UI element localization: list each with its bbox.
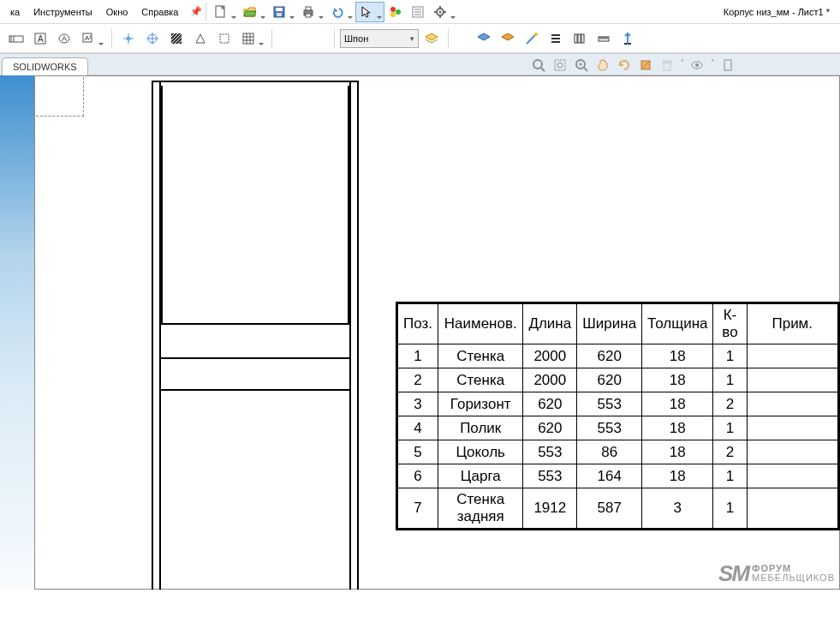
zoom-area-icon[interactable] [551,56,569,75]
svg-text:A: A [62,34,67,43]
layer2-icon[interactable] [497,28,519,49]
material-dropdown-value: Шпон [344,33,368,44]
cell-th: 18 [642,464,713,488]
visibility-icon[interactable] [688,56,706,75]
cell-note [747,416,837,440]
toolbar-secondary: A A A¹ Шпон [0,24,840,53]
table-button[interactable] [237,28,266,49]
svg-rect-6 [306,14,311,17]
cell-name: Цоколь [438,440,523,464]
columns-icon[interactable] [569,28,591,49]
bom-table[interactable]: Поз. Наименов. Длина Ширина Толщина К-во… [396,302,840,530]
align-icon[interactable] [545,28,567,49]
centerline-icon[interactable] [141,28,164,49]
svg-rect-53 [578,34,581,43]
more-icon[interactable] [718,56,737,75]
cell-qty: 1 [713,464,747,488]
cell-wid: 553 [577,416,642,440]
cell-len: 1912 [523,488,577,529]
cell-th: 18 [642,344,713,368]
table-header-row: Поз. Наименов. Длина Ширина Толщина К-во… [398,304,838,344]
header-name: Наименов. [438,304,523,344]
table-row[interactable]: 4Полик620553181 [398,416,838,440]
table-row[interactable]: 6Царга553164181 [398,464,838,488]
cell-qty: 2 [713,392,747,416]
cell-qty: 1 [713,344,747,368]
pan-icon[interactable] [593,56,612,75]
note-icon[interactable]: A [29,28,51,49]
pin-icon[interactable]: 📌 [190,6,202,17]
separator [271,29,272,48]
undo-button[interactable] [326,2,355,22]
trash-icon[interactable] [658,56,676,75]
menu-window[interactable]: Окно [99,3,135,21]
ruler-icon[interactable] [593,28,615,49]
page-margin-marker [36,77,84,117]
cell-len: 2000 [523,344,577,368]
open-button[interactable] [239,2,268,22]
cell-name: Царга [438,464,523,488]
height-icon[interactable] [617,28,639,49]
menu-tools[interactable]: Инструменты [27,3,99,21]
dimension-icon[interactable] [5,28,27,49]
svg-rect-77 [724,60,731,70]
print-button[interactable] [297,2,326,22]
cell-len: 620 [523,416,577,440]
cell-pos: 7 [398,488,438,529]
svg-line-64 [541,68,545,71]
separator: • [681,56,684,75]
table-row[interactable]: 3Горизонт620553182 [398,392,838,416]
cell-note [747,344,837,368]
options-button[interactable] [407,2,429,22]
watermark-logo: SM [718,562,748,584]
cell-pos: 6 [398,464,438,488]
zoom-icon[interactable] [572,56,591,75]
svg-point-76 [695,63,699,67]
area-select-icon[interactable] [213,28,235,49]
new-doc-button[interactable] [210,2,239,22]
cell-pos: 1 [398,344,438,368]
settings-button[interactable] [429,2,458,22]
svg-rect-74 [663,61,671,63]
cell-pos: 4 [398,416,438,440]
hatch-icon[interactable] [165,28,188,49]
table-row[interactable]: 7Стенка задняя191258731 [398,488,838,529]
rebuild-button[interactable] [384,2,407,22]
cell-pos: 3 [398,392,438,416]
save-button[interactable] [268,2,297,22]
svg-rect-5 [306,7,311,10]
cell-th: 18 [642,392,713,416]
drawing-canvas[interactable]: Поз. Наименов. Длина Ширина Толщина К-во… [0,75,840,590]
cell-qty: 1 [713,416,747,440]
annotation-icon[interactable]: A [53,28,75,49]
menu-help[interactable]: Справка [134,3,185,21]
menu-file-partial[interactable]: ка [3,3,27,21]
rotate-icon[interactable] [615,56,634,75]
cell-qty: 2 [713,440,747,464]
svg-point-66 [557,63,563,68]
tab-solidworks[interactable]: SOLIDWORKS [2,57,88,75]
edit-line-icon[interactable] [521,28,543,49]
header-pos: Поз. [398,304,438,344]
svg-rect-52 [575,34,577,43]
menubar: ка Инструменты Окно Справка 📌 Корпус низ… [0,0,840,24]
cell-name: Полик [438,416,523,440]
cell-wid: 553 [577,392,642,416]
triangle-icon[interactable] [189,28,211,49]
tab-row: SOLIDWORKS • • [0,53,840,75]
balloon-icon[interactable]: A¹ [77,28,106,49]
svg-rect-41 [220,34,229,43]
table-row[interactable]: 2Стенка2000620181 [398,368,838,392]
material-dropdown[interactable]: Шпон [340,29,419,48]
header-thickness: Толщина [642,304,713,344]
cell-pos: 5 [398,440,438,464]
cursor-button[interactable] [355,2,384,22]
zoom-fit-icon[interactable] [529,56,548,75]
view-toolbar: • • [529,56,737,75]
layers-icon[interactable] [420,28,443,49]
centermark-icon[interactable] [117,28,140,49]
layer1-icon[interactable] [473,28,495,49]
table-row[interactable]: 1Стенка2000620181 [398,344,838,368]
table-row[interactable]: 5Цоколь55386182 [398,440,838,464]
section-icon[interactable] [636,56,655,75]
